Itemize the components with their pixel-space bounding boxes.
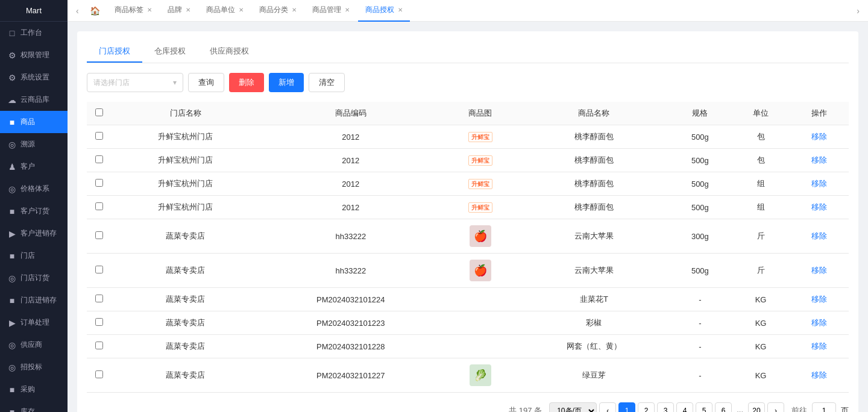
tab-product-mgmt[interactable]: 商品管理 ✕ (305, 0, 357, 22)
row-checkbox-cell (87, 172, 111, 196)
row-product-code: hh33222 (260, 254, 441, 288)
sidebar-item-customer-orders[interactable]: ■ 客户订货 (0, 200, 68, 222)
page-size-select[interactable]: 10条/页 20条/页 50条/页 (549, 402, 597, 412)
row-spec: 500g (668, 196, 731, 219)
row-checkbox[interactable] (95, 132, 103, 140)
clear-button[interactable]: 清空 (309, 73, 345, 92)
products-icon: ■ (7, 117, 17, 127)
row-product-img (441, 311, 520, 335)
sidebar-item-workbench[interactable]: □ 工作台 (0, 22, 68, 44)
sidebar-item-pricing[interactable]: ◎ 价格体系 (0, 178, 68, 200)
customer-sales-icon: ▶ (7, 229, 17, 239)
close-tab-product-unit[interactable]: ✕ (239, 7, 244, 13)
store-orders-icon: ◎ (7, 273, 17, 283)
row-checkbox[interactable] (95, 318, 103, 326)
page-6-btn[interactable]: 6 (715, 402, 732, 412)
query-button[interactable]: 查询 (188, 73, 224, 92)
close-tab-product-category[interactable]: ✕ (292, 7, 297, 13)
row-product-name: 云南大苹果 (520, 219, 669, 254)
page-20-btn[interactable]: 20 (748, 402, 765, 412)
page-3-btn[interactable]: 3 (657, 402, 674, 412)
close-tab-product-auth[interactable]: ✕ (398, 7, 403, 13)
select-all-checkbox[interactable] (95, 108, 103, 116)
table-row: 蔬菜专卖店PM2024032101223彩椒-KG移除 (87, 311, 849, 335)
sidebar-item-store-sales[interactable]: ■ 门店进销存 (0, 289, 68, 311)
store-select[interactable]: 请选择门店 ▾ (87, 73, 183, 92)
sidebar-item-auth-mgmt[interactable]: ⚙ 权限管理 (0, 44, 68, 66)
th-product-name: 商品名称 (520, 102, 669, 125)
tab-product-category[interactable]: 商品分类 ✕ (252, 0, 304, 22)
sub-tab-store-auth[interactable]: 门店授权 (87, 41, 142, 63)
row-checkbox[interactable] (95, 202, 103, 210)
row-spec: - (668, 311, 731, 335)
row-store-name: 蔬菜专卖店 (111, 254, 260, 288)
remove-action-link[interactable]: 移除 (811, 318, 827, 327)
sidebar-item-label: 商品 (20, 117, 35, 127)
sidebar-item-cloud-store[interactable]: ☁ 云商品库 (0, 89, 68, 111)
row-product-code: 2012 (260, 196, 441, 219)
sidebar: Mart □ 工作台 ⚙ 权限管理 ⚙ 系统设置 ☁ 云商品库 ■ 商品 ◎ 溯… (0, 0, 68, 412)
close-tab-brand[interactable]: ✕ (186, 7, 190, 13)
page-1-btn[interactable]: 1 (618, 402, 635, 412)
settings-icon: ⚙ (7, 73, 17, 83)
tab-brand[interactable]: 品牌 ✕ (160, 0, 198, 22)
table-row: 升鲜宝杭州门店2012升鲜宝桃李醇面包500g组移除 (87, 172, 849, 196)
remove-action-link[interactable]: 移除 (811, 132, 827, 141)
sub-tab-warehouse-auth[interactable]: 仓库授权 (142, 41, 198, 63)
row-checkbox[interactable] (95, 155, 103, 163)
close-tab-product-tags[interactable]: ✕ (147, 7, 152, 13)
remove-action-link[interactable]: 移除 (811, 179, 827, 188)
sidebar-item-customer-sales[interactable]: ▶ 客户进销存 (0, 222, 68, 245)
sidebar-item-store-orders[interactable]: ◎ 门店订货 (0, 267, 68, 289)
row-checkbox[interactable] (95, 179, 103, 187)
row-checkbox[interactable] (95, 231, 103, 239)
tab-product-tags[interactable]: 商品标签 ✕ (107, 0, 159, 22)
sidebar-item-traceback[interactable]: ◎ 溯源 (0, 133, 68, 155)
sidebar-item-suppliers[interactable]: ◎ 供应商 (0, 334, 68, 356)
page-5-btn[interactable]: 5 (696, 402, 712, 412)
sidebar-item-products[interactable]: ■ 商品 (0, 111, 68, 133)
close-tab-product-mgmt[interactable]: ✕ (345, 7, 350, 13)
sidebar-item-warehouse[interactable]: ■ 库存 (0, 401, 68, 412)
sidebar-header: Mart (0, 0, 68, 22)
row-checkbox[interactable] (95, 342, 103, 349)
remove-action-link[interactable]: 移除 (811, 342, 827, 351)
sidebar-item-sys-settings[interactable]: ⚙ 系统设置 (0, 66, 68, 89)
remove-action-link[interactable]: 移除 (811, 370, 827, 379)
page-4-btn[interactable]: 4 (676, 402, 693, 412)
remove-action-link[interactable]: 移除 (811, 266, 827, 275)
remove-action-link[interactable]: 移除 (811, 155, 827, 164)
tab-product-unit[interactable]: 商品单位 ✕ (199, 0, 251, 22)
tab-home[interactable]: 🏠 (84, 6, 106, 16)
row-checkbox[interactable] (95, 295, 103, 302)
next-page-btn[interactable]: › (767, 402, 784, 412)
goto-label: 前往 (791, 405, 807, 412)
row-checkbox[interactable] (95, 370, 103, 378)
row-action: 移除 (790, 196, 849, 219)
stores-icon: ■ (7, 251, 17, 261)
row-store-name: 升鲜宝杭州门店 (111, 125, 260, 149)
sidebar-item-stores[interactable]: ■ 门店 (0, 245, 68, 267)
row-action: 移除 (790, 125, 849, 149)
remove-action-link[interactable]: 移除 (811, 231, 827, 240)
tab-nav-next[interactable]: › (853, 6, 863, 16)
page-2-btn[interactable]: 2 (638, 402, 655, 412)
remove-action-link[interactable]: 移除 (811, 202, 827, 211)
sidebar-logo: Mart (26, 6, 42, 15)
th-store-name: 门店名称 (111, 102, 260, 125)
sub-tab-supplier-auth[interactable]: 供应商授权 (198, 41, 261, 63)
tab-product-auth[interactable]: 商品授权 ✕ (358, 0, 410, 22)
sidebar-item-bidding[interactable]: ◎ 招投标 (0, 356, 68, 378)
goto-input[interactable] (812, 402, 836, 412)
add-button[interactable]: 新增 (269, 73, 304, 92)
row-checkbox-cell (87, 196, 111, 219)
remove-action-link[interactable]: 移除 (811, 295, 827, 304)
customer-orders-icon: ■ (7, 207, 17, 216)
tab-nav-prev[interactable]: ‹ (72, 6, 83, 16)
sidebar-item-customers[interactable]: ♟ 客户 (0, 155, 68, 178)
sidebar-item-purchasing[interactable]: ■ 采购 (0, 378, 68, 401)
row-checkbox[interactable] (95, 266, 103, 273)
sidebar-item-order-process[interactable]: ▶ 订单处理 (0, 311, 68, 334)
prev-page-btn[interactable]: ‹ (599, 402, 616, 412)
delete-button[interactable]: 删除 (229, 73, 264, 92)
